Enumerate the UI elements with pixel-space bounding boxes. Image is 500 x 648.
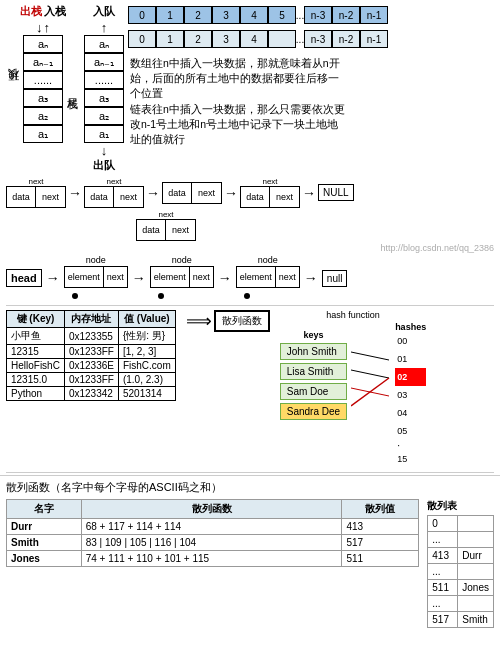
scatter-val-413: Durr bbox=[458, 548, 494, 564]
hash-num-03: 03 bbox=[395, 386, 426, 404]
scatter-row-dots3: ... bbox=[428, 596, 494, 612]
ll1-node1-data: data bbox=[6, 186, 36, 208]
queue-in-label: 入队 bbox=[93, 4, 115, 19]
scatter-row-dots1: ... bbox=[428, 532, 494, 548]
hash-right-area: hash function keys John Smith Lisa Smith… bbox=[280, 310, 426, 468]
bottom-th-fn: 散列函数 bbox=[81, 500, 342, 519]
bottom-val-durr: 413 bbox=[342, 519, 419, 535]
ll2-node2-element: element bbox=[150, 266, 190, 288]
hash-fn-label: hash function bbox=[280, 310, 426, 320]
scatter-idx-dots2: ... bbox=[428, 564, 458, 580]
hash-kv-table: 键 (Key) 内存地址 值 (Value) 小甲鱼 0x123355 {性别:… bbox=[6, 310, 176, 401]
ll1-arrow4: → bbox=[302, 186, 316, 200]
hash-left-table: 键 (Key) 内存地址 值 (Value) 小甲鱼 0x123355 {性别:… bbox=[6, 310, 176, 401]
hash-keys-col: keys John Smith Lisa Smith Sam Doe Sandr… bbox=[280, 330, 347, 420]
bottom-title: 散列函数（名字中每个字母的ASCII码之和） bbox=[6, 480, 494, 495]
ll2-node1-element: element bbox=[64, 266, 104, 288]
hash-row3-val: FishC.com bbox=[118, 359, 175, 373]
hash-row2-val: [1, 2, 3] bbox=[118, 345, 175, 359]
ll1-nodelast-next-label: next bbox=[262, 177, 277, 186]
ll2-node1-dot bbox=[72, 293, 78, 299]
hash-key-sam: Sam Doe bbox=[280, 383, 347, 400]
ll2-node1: node element next bbox=[64, 255, 128, 301]
scatter-idx-511: 511 bbox=[428, 580, 458, 596]
hash-fn-box: 散列函数 bbox=[214, 310, 270, 332]
hash-keys-label: keys bbox=[280, 330, 347, 340]
hash-row4: 12315.0 0x1233FF (1.0, 2.3) bbox=[7, 373, 176, 387]
bottom-flex: 名字 散列函数 散列值 Durr 68 + 117 + 114 + 114 41… bbox=[6, 499, 494, 628]
bottom-val-smith: 517 bbox=[342, 535, 419, 551]
hash-key-lisa: Lisa Smith bbox=[280, 363, 347, 380]
ll1-node1: next data next bbox=[6, 177, 66, 208]
scatter-idx-0: 0 bbox=[428, 516, 458, 532]
bottom-fn-durr: 68 + 117 + 114 + 114 bbox=[81, 519, 342, 535]
bottom-name-durr: Durr bbox=[7, 519, 82, 535]
hash-row2-addr: 0x1233FF bbox=[64, 345, 118, 359]
head-box: head bbox=[6, 269, 42, 287]
scatter-table: 0 ... 413 Durr ... 511 Jones bbox=[427, 515, 494, 628]
ll1-arrow3: → bbox=[224, 186, 238, 200]
scatter-val-0 bbox=[458, 516, 494, 532]
array-row2: 0 1 2 3 4 ... n-3 n-2 n-1 bbox=[128, 30, 388, 48]
scatter-idx-517: 517 bbox=[428, 612, 458, 628]
bottom-name-smith: Smith bbox=[7, 535, 82, 551]
svg-line-0 bbox=[351, 352, 389, 360]
scatter-val-517: Smith bbox=[458, 612, 494, 628]
divider2 bbox=[6, 472, 494, 473]
queue-out-label: 出队 bbox=[93, 158, 115, 173]
ll1-node2-data: data bbox=[84, 186, 114, 208]
bottom-row-durr: Durr 68 + 117 + 114 + 114 413 bbox=[7, 519, 419, 535]
ll1-nodelast-next: next bbox=[270, 186, 300, 208]
hash-row3-addr: 0x12336E bbox=[64, 359, 118, 373]
out-arrow-icon: ↓ bbox=[36, 20, 43, 35]
hash-num-dot: · bbox=[395, 440, 426, 450]
hash-num-02: 02 bbox=[395, 368, 426, 386]
ll1-node-last: next data next bbox=[240, 177, 300, 208]
scatter-val-dots2 bbox=[458, 564, 494, 580]
bottom-th-val: 散列值 bbox=[342, 500, 419, 519]
array-text-explanation: 数组往n中插入一块数据，那就意味着从n开始，后面的所有土地中的数据都要往后移一个… bbox=[128, 54, 348, 173]
divider1 bbox=[6, 305, 494, 306]
ll1-node2-next: next bbox=[114, 186, 144, 208]
scatter-val-dots1 bbox=[458, 532, 494, 548]
ll2-node2: node element next bbox=[150, 255, 214, 301]
ll2-arrow3: → bbox=[304, 271, 318, 285]
ll1-row: next data next → next data next → data n… bbox=[6, 177, 494, 208]
hash-key-john: John Smith bbox=[280, 343, 347, 360]
bottom-fn-label: 散列函数（名字中每个字母的ASCII码之和） bbox=[6, 481, 222, 493]
bottom-fn-jones: 74 + 111 + 110 + 101 + 115 bbox=[81, 551, 342, 567]
ll1-nodemid-data: data bbox=[162, 182, 192, 204]
hash-row2: 12315 0x1233FF [1, 2, 3] bbox=[7, 345, 176, 359]
stack-queue-area: 出栈 入栈 ↓ ↑ 栈顶 aₙ aₙ₋₁ ...... a₃ a₂ a₁ 栈尾 bbox=[6, 4, 388, 173]
scatter-idx-dots1: ... bbox=[428, 532, 458, 548]
ll2-node3-element: element bbox=[236, 266, 276, 288]
ll1-node-mid: data next bbox=[162, 182, 222, 204]
hash-col-key: 键 (Key) bbox=[7, 311, 65, 328]
stack-out-label: 出栈 bbox=[20, 4, 42, 19]
svg-line-1 bbox=[351, 370, 389, 378]
ll2-node2-next: next bbox=[190, 266, 214, 288]
stack1-cells: aₙ aₙ₋₁ ...... a₃ a₂ a₁ bbox=[23, 35, 63, 143]
ll1-arrow1: → bbox=[68, 186, 82, 200]
ll2-node1-toplabel: node bbox=[64, 255, 128, 265]
ll1-node1-next-label: next bbox=[28, 177, 43, 186]
ll1-nodemid-next: next bbox=[192, 182, 222, 204]
scatter-val-dots3 bbox=[458, 596, 494, 612]
hash-section: 键 (Key) 内存地址 值 (Value) 小甲鱼 0x123355 {性别:… bbox=[0, 308, 500, 470]
hash-key-sandra: Sandra Dee bbox=[280, 403, 347, 420]
hash-row5-addr: 0x123342 bbox=[64, 387, 118, 401]
scatter-table-area: 散列表 0 ... 413 Durr ... bbox=[427, 499, 494, 628]
hash-arrow-icon: ⟹ bbox=[186, 310, 212, 332]
scatter-idx-413: 413 bbox=[428, 548, 458, 564]
bottom-val-jones: 511 bbox=[342, 551, 419, 567]
hash-row3: HelloFishC 0x12336E FishC.com bbox=[7, 359, 176, 373]
ll1-null: NULL bbox=[318, 184, 354, 201]
array-row1: 0 1 2 3 4 5 ... n-3 n-2 n-1 bbox=[128, 6, 388, 24]
bottom-row-jones: Jones 74 + 111 + 110 + 101 + 115 511 bbox=[7, 551, 419, 567]
ll2-arrow2: → bbox=[218, 271, 232, 285]
ll1-node1-next: next bbox=[36, 186, 66, 208]
hash-row4-val: (1.0, 2.3) bbox=[118, 373, 175, 387]
scatter-row-0: 0 bbox=[428, 516, 494, 532]
watermark: http://blog.csdn.net/qq_2386 bbox=[0, 243, 500, 253]
hash-row1-addr: 0x123355 bbox=[64, 328, 118, 345]
